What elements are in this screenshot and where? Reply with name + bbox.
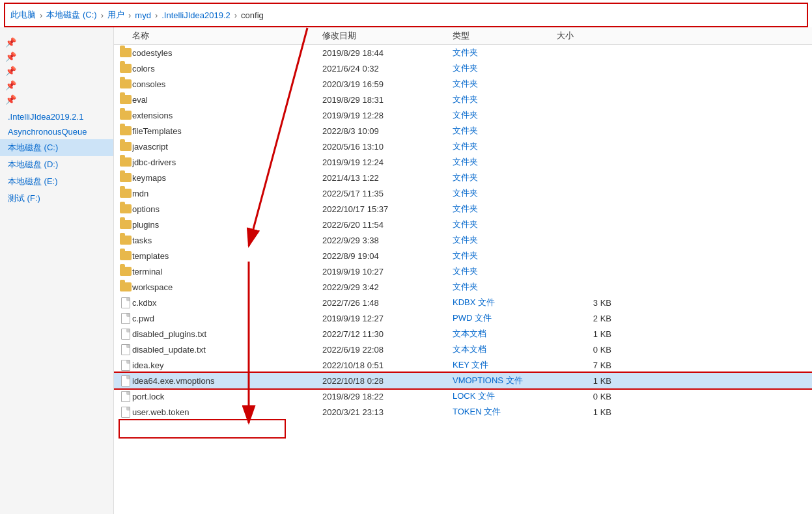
window: 此电脑 › 本地磁盘 (C:) › 用户 › myd › .IntelliJId…: [0, 0, 812, 514]
table-row[interactable]: consoles2020/3/19 16:59文件夹: [114, 76, 812, 92]
file-date: 2020/5/16 13:10: [322, 142, 453, 152]
file-name: idea64.exe.vmoptions: [132, 376, 322, 386]
table-row[interactable]: idea64.exe.vmoptions2022/10/18 0:28VMOPT…: [114, 373, 812, 388]
table-row[interactable]: c.pwd2019/9/19 12:27PWD 文件2 KB: [114, 310, 812, 326]
file-date: 2022/8/9 19:04: [322, 251, 453, 261]
table-row[interactable]: options2022/10/17 15:37文件夹: [114, 201, 812, 217]
sidebar-item-drive-e[interactable]: 本地磁盘 (E:): [0, 173, 113, 190]
breadcrumb-myd[interactable]: myd: [135, 10, 151, 20]
file-type: PWD 文件: [453, 312, 557, 324]
file-date: 2022/6/19 22:08: [322, 345, 453, 355]
sidebar-item-drive-f[interactable]: 测试 (F:): [0, 190, 113, 207]
file-date: 2019/8/29 18:22: [322, 392, 453, 401]
file-name: jdbc-drivers: [132, 157, 322, 167]
table-row[interactable]: tasks2022/9/29 3:38文件夹: [114, 232, 812, 248]
file-size: 1 KB: [557, 376, 622, 386]
file-icon: [119, 360, 132, 370]
table-row[interactable]: keymaps2021/4/13 1:22文件夹: [114, 170, 812, 185]
file-date: 2021/4/13 1:22: [322, 173, 453, 183]
file-icon: [119, 313, 132, 323]
file-rows: codestyles2019/8/29 18:44文件夹colors2021/6…: [114, 45, 812, 420]
file-type: 文件夹: [453, 141, 557, 152]
pin-icon-4[interactable]: 📌: [5, 78, 108, 92]
file-name: port.lock: [132, 392, 322, 401]
breadcrumb-config: config: [241, 10, 264, 20]
table-row[interactable]: eval2019/8/29 18:31文件夹: [114, 92, 812, 107]
column-headers: 名称 修改日期 类型 大小: [114, 27, 812, 45]
file-name: disabled_plugins.txt: [132, 329, 322, 339]
file-name: terminal: [132, 267, 322, 277]
breadcrumb-intellij[interactable]: .IntelliJIdea2019.2: [161, 10, 231, 20]
file-name: user.web.token: [132, 407, 322, 417]
table-row[interactable]: mdn2022/5/17 11:35文件夹: [114, 185, 812, 201]
sidebar-item-intellij[interactable]: .IntelliJIdea2019.2.1: [0, 109, 113, 124]
file-date: 2020/3/21 23:13: [322, 407, 453, 417]
breadcrumb-drive-c[interactable]: 本地磁盘 (C:): [46, 9, 96, 21]
col-header-type[interactable]: 类型: [453, 30, 557, 42]
file-date: 2019/9/19 10:27: [322, 267, 453, 277]
pin-icon-3[interactable]: 📌: [5, 64, 108, 78]
pin-icon-2[interactable]: 📌: [5, 49, 108, 64]
breadcrumb[interactable]: 此电脑 › 本地磁盘 (C:) › 用户 › myd › .IntelliJId…: [4, 3, 808, 27]
file-date: 2022/10/18 0:51: [322, 360, 453, 370]
file-icon: [119, 297, 132, 308]
col-header-name[interactable]: 名称: [114, 30, 322, 42]
file-type: 文件夹: [453, 187, 557, 199]
folder-icon: [119, 204, 132, 214]
table-row[interactable]: disabled_update.txt2022/6/19 22:08文本文档0 …: [114, 342, 812, 357]
file-icon: [119, 407, 132, 417]
table-row[interactable]: extensions2019/9/19 12:28文件夹: [114, 107, 812, 123]
pin-icon-5[interactable]: 📌: [5, 92, 108, 107]
folder-icon: [119, 219, 132, 230]
folder-icon: [119, 126, 132, 136]
file-size: 3 KB: [557, 298, 622, 308]
sidebar-item-drive-c[interactable]: 本地磁盘 (C:): [0, 139, 113, 156]
file-icon: [119, 375, 132, 386]
breadcrumb-users[interactable]: 用户: [107, 9, 124, 21]
table-row[interactable]: workspace2022/9/29 3:42文件夹: [114, 279, 812, 295]
file-name: options: [132, 204, 322, 214]
table-row[interactable]: user.web.token2020/3/21 23:13TOKEN 文件1 K…: [114, 404, 812, 420]
breadcrumb-computer[interactable]: 此电脑: [10, 9, 36, 21]
table-row[interactable]: jdbc-drivers2019/9/19 12:24文件夹: [114, 154, 812, 170]
file-date: 2022/9/29 3:38: [322, 236, 453, 245]
pin-icon-1[interactable]: 📌: [5, 35, 108, 49]
file-date: 2019/9/19 12:27: [322, 314, 453, 323]
file-name: colors: [132, 64, 322, 74]
table-row[interactable]: templates2022/8/9 19:04文件夹: [114, 248, 812, 264]
file-name: workspace: [132, 282, 322, 292]
folder-icon: [119, 250, 132, 261]
table-row[interactable]: port.lock2019/8/29 18:22LOCK 文件0 KB: [114, 388, 812, 404]
content-area: 📌 📌 📌 📌 📌 .IntelliJIdea2019.2.1 Asynchro…: [0, 27, 812, 514]
file-name: consoles: [132, 79, 322, 89]
file-type: 文件夹: [453, 234, 557, 246]
file-name: eval: [132, 95, 322, 105]
col-header-date[interactable]: 修改日期: [322, 30, 453, 42]
table-row[interactable]: disabled_plugins.txt2022/7/12 11:30文本文档1…: [114, 326, 812, 342]
sidebar-item-drive-d[interactable]: 本地磁盘 (D:): [0, 156, 113, 173]
folder-icon: [119, 157, 132, 167]
table-row[interactable]: javascript2020/5/16 13:10文件夹: [114, 139, 812, 154]
sidebar-item-asyncqueue[interactable]: AsynchronousQueue: [0, 124, 113, 139]
table-row[interactable]: fileTemplates2022/8/3 10:09文件夹: [114, 123, 812, 139]
table-row[interactable]: codestyles2019/8/29 18:44文件夹: [114, 45, 812, 61]
table-row[interactable]: terminal2019/9/19 10:27文件夹: [114, 264, 812, 279]
col-header-size[interactable]: 大小: [557, 30, 622, 42]
file-name: plugins: [132, 220, 322, 230]
file-list-area: 名称 修改日期 类型 大小 codestyles2019/8/29 18:44文…: [114, 27, 812, 514]
file-type: LOCK 文件: [453, 390, 557, 402]
file-name: keymaps: [132, 173, 322, 183]
file-name: c.pwd: [132, 314, 322, 323]
table-row[interactable]: plugins2022/6/20 11:54文件夹: [114, 217, 812, 232]
file-type: 文件夹: [453, 109, 557, 121]
folder-icon: [119, 110, 132, 120]
file-type: KDBX 文件: [453, 297, 557, 308]
table-row[interactable]: idea.key2022/10/18 0:51KEY 文件7 KB: [114, 357, 812, 373]
table-row[interactable]: colors2021/6/24 0:32文件夹: [114, 61, 812, 76]
file-type: 文本文档: [453, 344, 557, 355]
file-name: tasks: [132, 236, 322, 245]
file-type: 文件夹: [453, 125, 557, 137]
table-row[interactable]: c.kdbx2022/7/26 1:48KDBX 文件3 KB: [114, 295, 812, 310]
file-type: 文件夹: [453, 172, 557, 183]
file-type: KEY 文件: [453, 359, 557, 371]
